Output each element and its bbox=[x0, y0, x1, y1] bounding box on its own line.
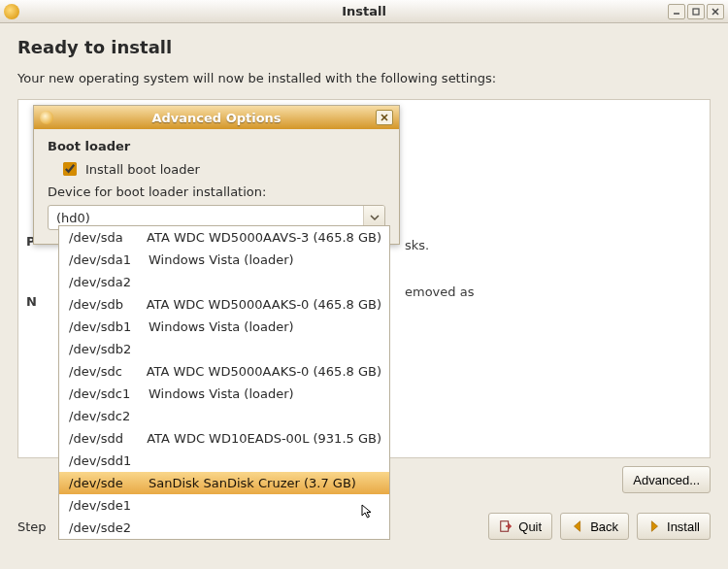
bootloader-device-dropdown[interactable]: /dev/sdaATA WDC WD5000AAVS-3 (465.8 GB)/… bbox=[58, 225, 390, 540]
dropdown-item[interactable]: /dev/sde2 bbox=[59, 517, 389, 539]
quit-button[interactable]: Quit bbox=[488, 513, 552, 540]
dropdown-item-device: /dev/sdb1 bbox=[69, 319, 149, 334]
advanced-button-label: Advanced... bbox=[633, 473, 700, 487]
dropdown-item[interactable]: /dev/sdcATA WDC WD5000AAKS-0 (465.8 GB) bbox=[59, 360, 389, 383]
dropdown-item-device: /dev/sda2 bbox=[69, 275, 149, 289]
dropdown-item-desc: ATA WDC WD10EADS-00L (931.5 GB) bbox=[147, 431, 381, 446]
dropdown-item[interactable]: /dev/sde1 bbox=[59, 494, 389, 517]
quit-icon bbox=[499, 519, 513, 533]
dropdown-item-desc: ATA WDC WD5000AAKS-0 (465.8 GB) bbox=[147, 297, 381, 312]
install-bootloader-label: Install boot loader bbox=[85, 162, 200, 177]
arrow-left-icon bbox=[571, 519, 584, 533]
dropdown-item-device: /dev/sdc1 bbox=[69, 386, 149, 401]
dropdown-item-device: /dev/sdc2 bbox=[69, 409, 149, 423]
install-bootloader-checkbox[interactable] bbox=[63, 162, 77, 176]
advanced-options-dialog: Advanced Options Boot loader Install boo… bbox=[33, 105, 400, 245]
back-button-label: Back bbox=[590, 519, 618, 534]
dropdown-item-device: /dev/sde bbox=[69, 476, 149, 490]
window-titlebar: Install bbox=[0, 0, 728, 23]
dropdown-item-device: /dev/sdb2 bbox=[69, 342, 149, 356]
dropdown-item[interactable]: /dev/sdb1Windows Vista (loader) bbox=[59, 316, 389, 338]
dropdown-item-device: /dev/sde2 bbox=[69, 520, 149, 535]
dialog-title: Advanced Options bbox=[34, 111, 399, 125]
dropdown-item[interactable]: /dev/sdb2 bbox=[59, 338, 389, 360]
window-title: Install bbox=[0, 4, 728, 18]
dropdown-item[interactable]: /dev/sdaATA WDC WD5000AAVS-3 (465.8 GB) bbox=[59, 226, 389, 249]
dropdown-item-desc: ATA WDC WD5000AAKS-0 (465.8 GB) bbox=[147, 364, 381, 379]
dropdown-item[interactable]: /dev/sda1Windows Vista (loader) bbox=[59, 249, 389, 271]
dialog-icon bbox=[40, 111, 53, 124]
dialog-titlebar[interactable]: Advanced Options bbox=[34, 106, 399, 129]
page-heading: Ready to install bbox=[17, 37, 711, 57]
dropdown-item-device: /dev/sdd1 bbox=[69, 453, 149, 468]
dropdown-item-desc: ATA WDC WD5000AAVS-3 (465.8 GB) bbox=[147, 230, 381, 245]
bg-text-2: emoved as bbox=[405, 284, 474, 299]
close-button[interactable] bbox=[707, 4, 724, 19]
dropdown-item[interactable]: /dev/sddATA WDC WD10EADS-00L (931.5 GB) bbox=[59, 427, 389, 450]
bg-network-prefix: N bbox=[26, 294, 37, 309]
back-button[interactable]: Back bbox=[560, 513, 629, 540]
install-button-label: Install bbox=[667, 519, 700, 534]
device-label: Device for boot loader installation: bbox=[48, 184, 385, 199]
dropdown-item[interactable]: /dev/sda2 bbox=[59, 271, 389, 293]
dropdown-item-device: /dev/sdc bbox=[69, 364, 147, 379]
dropdown-item-device: /dev/sde1 bbox=[69, 498, 149, 513]
svg-rect-1 bbox=[693, 9, 699, 15]
install-button[interactable]: Install bbox=[637, 513, 711, 540]
app-icon bbox=[4, 4, 19, 19]
dropdown-item[interactable]: /dev/sdc1Windows Vista (loader) bbox=[59, 383, 389, 405]
combo-value: (hd0) bbox=[49, 211, 363, 225]
dropdown-item-desc: Windows Vista (loader) bbox=[149, 319, 294, 334]
arrow-right-icon bbox=[647, 519, 661, 533]
dropdown-item-desc: SanDisk SanDisk Cruzer (3.7 GB) bbox=[149, 476, 356, 490]
dropdown-item[interactable]: /dev/sdd1 bbox=[59, 450, 389, 472]
install-bootloader-row[interactable]: Install boot loader bbox=[59, 159, 385, 179]
boot-loader-heading: Boot loader bbox=[48, 139, 385, 153]
dropdown-item-device: /dev/sdb bbox=[69, 297, 147, 312]
dropdown-item[interactable]: /dev/sdc2 bbox=[59, 405, 389, 427]
page-lead: Your new operating system will now be in… bbox=[17, 71, 711, 85]
dropdown-item-device: /dev/sdd bbox=[69, 431, 147, 446]
bg-text-1: sks. bbox=[405, 238, 429, 252]
advanced-button[interactable]: Advanced... bbox=[622, 466, 711, 493]
dropdown-item-device: /dev/sda1 bbox=[69, 252, 149, 267]
dropdown-item[interactable]: /dev/sdeSanDisk SanDisk Cruzer (3.7 GB) bbox=[59, 472, 389, 494]
step-indicator: Step bbox=[17, 519, 47, 534]
dropdown-item-device: /dev/sda bbox=[69, 230, 147, 245]
chevron-down-icon bbox=[370, 213, 380, 222]
close-icon bbox=[380, 113, 389, 122]
maximize-button[interactable] bbox=[687, 4, 705, 19]
dropdown-item[interactable]: /dev/sdbATA WDC WD5000AAKS-0 (465.8 GB) bbox=[59, 293, 389, 316]
quit-button-label: Quit bbox=[518, 519, 542, 534]
dropdown-item-desc: Windows Vista (loader) bbox=[149, 386, 294, 401]
minimize-button[interactable] bbox=[668, 4, 685, 19]
dialog-close-button[interactable] bbox=[376, 110, 393, 125]
dropdown-item-desc: Windows Vista (loader) bbox=[149, 252, 294, 267]
